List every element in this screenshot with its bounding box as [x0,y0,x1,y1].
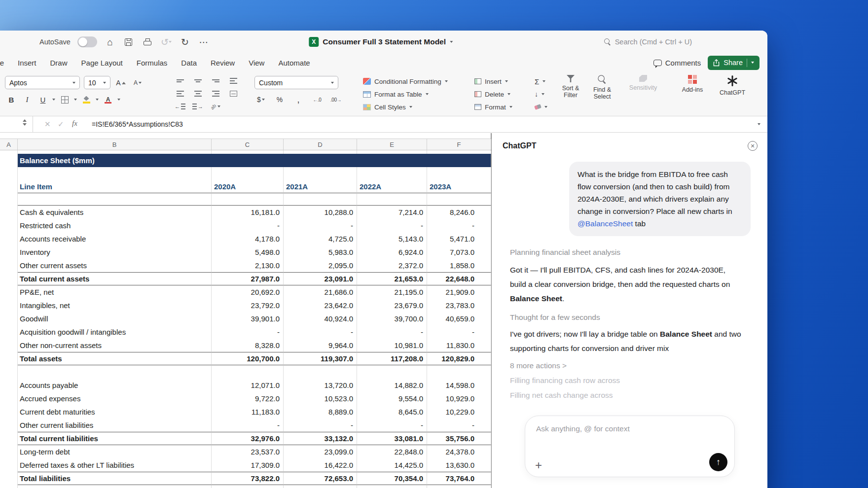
redo-icon[interactable]: ↻ [179,36,191,48]
value-cell[interactable]: 73,822.0 [212,472,284,485]
percent-format-button[interactable]: % [273,94,286,105]
addins-button[interactable]: Add-ins [677,75,708,93]
value-cell[interactable]: 23,537.0 [212,445,284,458]
format-as-table-button[interactable]: Format as Table [363,88,448,101]
value-cell[interactable]: - [284,418,357,432]
value-cell[interactable]: 33,132.0 [284,432,357,445]
tab-insert[interactable]: Insert [11,59,43,67]
row-label-cell[interactable]: Current debt maturities [18,405,212,418]
currency-format-button[interactable]: $ [254,94,267,105]
row-label-cell[interactable] [18,365,212,379]
sheet-section-title[interactable]: Balance Sheet ($mm) [18,154,491,167]
value-cell[interactable]: 21,653.0 [357,272,427,285]
decrease-font-size-button[interactable]: A [131,77,144,89]
cell[interactable] [0,379,18,392]
cell[interactable] [427,193,491,206]
cell[interactable] [0,245,18,259]
row-label-cell[interactable]: Total assets [18,352,212,365]
cell[interactable] [212,167,284,180]
row-label-cell[interactable]: Cash & equivalents [18,206,212,219]
formula-input[interactable]: =IS!E6/365*Assumptions!C83 [92,120,183,128]
italic-button[interactable] [21,94,34,105]
value-cell[interactable]: 21,909.0 [427,285,491,299]
increase-indent-icon[interactable]: → [191,101,204,112]
value-cell[interactable]: 32,976.0 [212,432,284,445]
value-cell[interactable]: 73,764.0 [427,472,491,485]
bold-button[interactable] [5,94,18,105]
cell[interactable] [0,154,18,167]
cell[interactable] [0,485,18,488]
cell[interactable] [0,259,18,272]
value-cell[interactable]: 22,648.0 [427,272,491,285]
value-cell[interactable]: - [357,418,427,432]
cell[interactable] [0,458,18,472]
align-top-icon[interactable] [174,75,186,87]
row-label-cell[interactable]: Other current liabilities [18,418,212,432]
more-options-icon[interactable]: ⋯ [198,36,210,48]
value-cell[interactable]: 23,783.0 [427,299,491,312]
value-cell[interactable]: - [212,219,284,232]
cell[interactable] [427,150,491,154]
tab-formulas[interactable]: Formulas [130,59,175,67]
cell[interactable] [18,150,212,154]
fill-color-button[interactable] [80,94,93,105]
value-cell[interactable]: 120,829.0 [427,352,491,365]
value-cell[interactable]: 72,653.0 [284,472,357,485]
more-actions-link[interactable]: 8 more actions > [510,361,751,370]
cell[interactable] [0,272,18,285]
row-label-cell[interactable]: Accounts receivable [18,232,212,245]
value-cell[interactable] [284,365,357,379]
value-cell[interactable]: 22,848.0 [357,445,427,458]
value-cell[interactable] [357,365,427,379]
row-label-cell[interactable]: PP&E, net [18,285,212,299]
cell[interactable] [357,193,427,206]
balance-sheet-mention-link[interactable]: @BalanceSheet [578,219,633,228]
column-header-b[interactable]: B [18,139,212,150]
align-middle-icon[interactable] [191,75,204,87]
value-cell[interactable]: 2,130.0 [212,259,284,272]
share-chevron-icon[interactable] [751,62,754,64]
merge-center-icon[interactable] [227,88,240,100]
print-icon[interactable] [142,36,153,48]
cell[interactable] [0,232,18,245]
tab-view[interactable]: View [242,59,271,67]
value-cell[interactable]: 7,073.0 [427,245,491,259]
find-select-button[interactable]: Find & Select [588,75,616,100]
close-icon[interactable]: ✕ [748,141,758,151]
clear-button[interactable] [535,101,547,113]
value-cell[interactable]: 9,964.0 [284,339,357,352]
row-label-cell[interactable]: Inventory [18,245,212,259]
borders-button[interactable] [58,94,71,105]
value-cell[interactable]: 33,081.0 [357,432,427,445]
value-cell[interactable]: 117,208.0 [357,352,427,365]
tab-automate[interactable]: Automate [271,59,317,67]
line-item-header-cell[interactable]: Line Item [18,180,212,193]
cell[interactable] [0,339,18,352]
value-cell[interactable]: 39,700.0 [357,312,427,325]
value-cell[interactable]: - [284,219,357,232]
align-right-icon[interactable] [209,88,222,100]
cell[interactable] [0,193,18,206]
row-label-cell[interactable]: Long-term debt [18,445,212,458]
value-cell[interactable]: 10,523.0 [284,392,357,405]
fill-chevron-icon[interactable] [96,99,99,101]
value-cell[interactable]: 23,792.0 [212,299,284,312]
cell[interactable] [18,193,212,206]
row-label-cell[interactable]: Total liabilities [18,472,212,485]
value-cell[interactable]: 120,700.0 [212,352,284,365]
font-size-select[interactable]: 10 [84,76,110,89]
row-label-cell[interactable]: Accounts payable [18,379,212,392]
value-cell[interactable]: - [427,325,491,339]
number-format-select[interactable]: Custom [254,76,338,89]
value-cell[interactable]: 21,195.0 [357,285,427,299]
cell[interactable] [427,167,491,180]
row-label-cell[interactable]: Total current liabilities [18,432,212,445]
value-cell[interactable]: 11,830.0 [427,339,491,352]
home-icon[interactable]: ⌂ [104,36,116,48]
cell-styles-button[interactable]: Cell Styles [363,101,448,113]
row-label-cell[interactable]: Accrued expenses [18,392,212,405]
value-cell[interactable]: 40,924.0 [284,312,357,325]
send-button[interactable]: ↑ [709,453,727,471]
autosave-toggle[interactable] [77,36,97,47]
value-cell[interactable] [427,485,491,488]
